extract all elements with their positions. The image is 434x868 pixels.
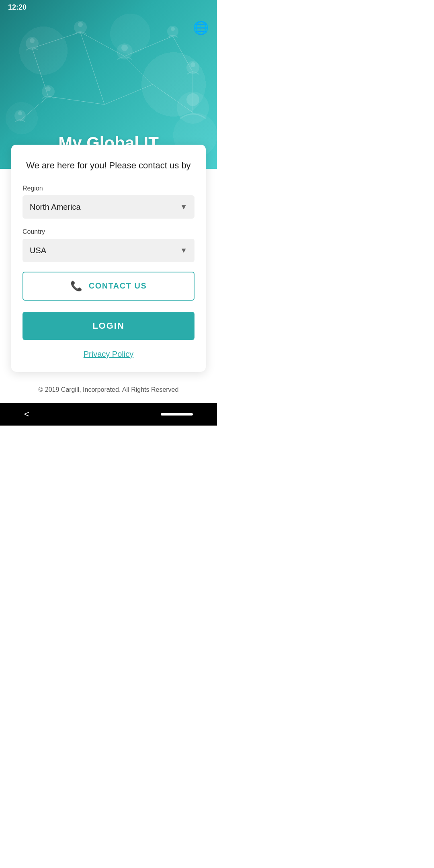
node-6: [177, 92, 209, 124]
copyright-text: © 2019 Cargill, Incorporated. All Rights…: [39, 386, 179, 393]
globe-icon[interactable]: 🌐: [193, 20, 209, 35]
region-label: Region: [23, 185, 194, 192]
svg-line-7: [80, 32, 104, 104]
contact-us-button[interactable]: 📞 CONTACT US: [23, 272, 194, 301]
svg-point-27: [46, 86, 51, 91]
region-select-wrapper: North America Europe Asia Pacific Latin …: [23, 195, 194, 219]
node-7: [14, 110, 26, 122]
svg-point-15: [78, 22, 83, 27]
country-field-group: Country USA Canada Mexico ▼: [23, 228, 194, 262]
node-1: [26, 37, 39, 50]
svg-line-8: [125, 56, 153, 84]
node-4: [167, 26, 178, 37]
country-label: Country: [23, 228, 194, 235]
svg-point-13: [30, 38, 35, 43]
privacy-policy-link[interactable]: Privacy Policy: [23, 350, 194, 359]
hero-section: 🌐 My Global IT: [0, 0, 217, 169]
home-pill[interactable]: [161, 413, 193, 416]
region-select[interactable]: North America Europe Asia Pacific Latin …: [23, 195, 194, 219]
login-button[interactable]: LOGIN: [23, 312, 194, 340]
country-select[interactable]: USA Canada Mexico: [23, 239, 194, 262]
bottom-nav-bar: <: [0, 403, 217, 426]
node-2: [74, 21, 87, 34]
svg-point-21: [190, 62, 195, 67]
country-select-wrapper: USA Canada Mexico ▼: [23, 239, 194, 262]
svg-line-0: [32, 32, 80, 48]
main-card: We are here for you! Please contact us b…: [11, 145, 206, 372]
phone-icon: 📞: [70, 280, 82, 292]
region-field-group: Region North America Europe Asia Pacific…: [23, 185, 194, 219]
svg-point-19: [171, 27, 175, 31]
status-time: 12:20: [8, 3, 27, 12]
svg-point-23: [186, 93, 199, 106]
status-bar: 12:20 ⫿ ▲ ▐ 100%: [0, 0, 217, 14]
node-8: [42, 85, 55, 98]
footer: © 2019 Cargill, Incorporated. All Rights…: [0, 372, 217, 403]
svg-line-4: [48, 96, 104, 104]
node-5: [186, 61, 199, 74]
back-button[interactable]: <: [24, 409, 29, 420]
svg-line-5: [104, 84, 153, 104]
svg-point-17: [121, 45, 128, 51]
card-subtitle: We are here for you! Please contact us b…: [23, 159, 194, 172]
svg-point-25: [18, 111, 22, 115]
node-3: [117, 43, 133, 59]
contact-us-label: CONTACT US: [89, 281, 147, 291]
